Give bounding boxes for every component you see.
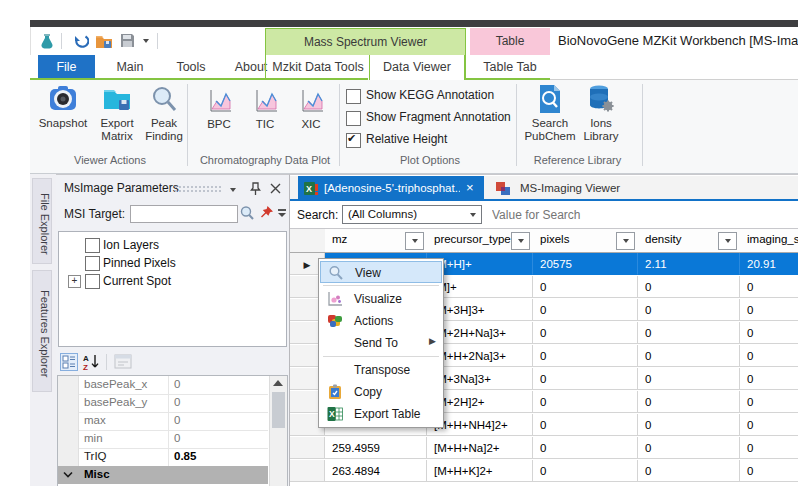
property-pages-icon[interactable] <box>114 353 132 371</box>
row-header[interactable] <box>290 460 325 482</box>
msi-target-input[interactable] <box>130 205 238 223</box>
menu-item-visualize[interactable]: Visualize <box>320 288 442 310</box>
checkbox-relative-height[interactable] <box>346 133 361 148</box>
msi-pin-icon[interactable] <box>259 205 274 220</box>
table-row[interactable]: 259.4959 [M+H+Na]2+ 0 0 0 <box>290 437 798 460</box>
cell-density[interactable]: 0 <box>638 460 740 482</box>
table-row[interactable]: 263.4894 [M+H+K]2+ 0 0 0 <box>290 460 798 483</box>
column-filter-icon[interactable] <box>511 232 530 250</box>
menu-item-transpose[interactable]: Transpose <box>320 359 442 381</box>
property-row[interactable]: TrIQ0.85 <box>58 448 268 467</box>
tic-button[interactable]: TIC <box>244 88 286 131</box>
property-value[interactable]: 0 <box>174 432 180 444</box>
qat-dropdown-icon[interactable] <box>143 39 149 43</box>
column-filter-select[interactable]: (All Columns) <box>342 205 482 224</box>
cell-pixels[interactable]: 0 <box>533 391 638 413</box>
cell-imaging[interactable]: 0 <box>740 368 798 390</box>
cell-imaging[interactable]: 0 <box>740 437 798 459</box>
menu-item-actions[interactable]: Actions <box>320 310 442 332</box>
column-header-pixels[interactable]: pixels <box>533 229 639 253</box>
property-value[interactable]: 0 <box>174 396 180 408</box>
tab-file[interactable]: File <box>38 55 95 80</box>
property-value[interactable]: 0 <box>174 414 180 426</box>
cell-mz[interactable]: 259.4959 <box>325 437 427 459</box>
sidebar-tab-file-explorer[interactable]: File Explorer <box>32 178 52 264</box>
peak-finding-button[interactable]: Peak Finding <box>142 84 186 143</box>
checkbox-fragment[interactable] <box>346 111 361 126</box>
cell-pixels[interactable]: 0 <box>533 299 638 321</box>
cell-pixels[interactable]: 0 <box>533 414 638 436</box>
save-as-icon[interactable] <box>95 32 113 50</box>
property-row[interactable]: min0 <box>58 430 268 449</box>
menu-item-send-to[interactable]: Send To ▶ <box>320 332 442 354</box>
cell-pixels[interactable]: 20575 <box>533 253 638 275</box>
cell-mz[interactable]: 263.4894 <box>325 460 427 482</box>
cell-imaging[interactable]: 0 <box>740 345 798 367</box>
tree-item-current-spot[interactable]: + Current Spot <box>59 272 284 290</box>
cell-density[interactable]: 0 <box>638 345 740 367</box>
row-header-corner[interactable] <box>290 229 326 253</box>
property-row[interactable]: max0 <box>58 412 268 431</box>
menu-item-export-table[interactable]: X Export Table <box>320 403 442 425</box>
scrollbar-thumb[interactable] <box>272 392 285 428</box>
cell-imaging[interactable]: 0 <box>740 391 798 413</box>
panel-close-icon[interactable] <box>270 183 281 194</box>
panel-menu-icon[interactable] <box>230 188 236 192</box>
xic-button[interactable]: XIC <box>290 88 332 131</box>
cell-pixels[interactable]: 0 <box>533 460 638 482</box>
scroll-up-icon[interactable] <box>273 380 283 386</box>
snapshot-button[interactable]: Snapshot <box>36 84 90 130</box>
checkbox-pinned-pixels[interactable] <box>85 256 100 271</box>
sidebar-tab-features-explorer[interactable]: Features Explorer <box>32 270 52 392</box>
undo-icon[interactable] <box>71 32 89 50</box>
cell-density[interactable]: 0 <box>638 322 740 344</box>
doc-tab-adenosine[interactable]: X [Adenosine-5'-triphosphat... × <box>298 176 484 200</box>
cell-pixels[interactable]: 0 <box>533 437 638 459</box>
cell-precursor-type[interactable]: [M+H+Na]2+ <box>427 437 533 459</box>
export-matrix-button[interactable]: Export Matrix <box>92 84 142 143</box>
column-filter-icon[interactable] <box>718 232 737 250</box>
alphabetical-sort-icon[interactable]: AZ <box>82 353 100 371</box>
app-logo-icon[interactable] <box>39 33 55 49</box>
cell-density[interactable]: 0 <box>638 299 740 321</box>
ions-library-button[interactable]: Ions Library <box>578 84 624 143</box>
bpc-button[interactable]: BPC <box>198 88 240 131</box>
property-grid-scrollbar[interactable] <box>269 376 288 486</box>
property-row[interactable]: basePeak_x0 <box>58 376 268 395</box>
cell-pixels[interactable]: 0 <box>533 276 638 298</box>
tree-item-ion-layers[interactable]: Ion Layers <box>59 236 284 254</box>
cell-imaging[interactable]: 0 <box>740 276 798 298</box>
doc-tab-ms-imaging-viewer[interactable]: MS-Imaging Viewer <box>486 176 652 200</box>
expander-plus-icon[interactable]: + <box>68 275 81 288</box>
cell-density[interactable]: 0 <box>638 414 740 436</box>
property-value[interactable]: 0.85 <box>174 450 196 462</box>
checkbox-kegg[interactable] <box>346 89 361 104</box>
cell-pixels[interactable]: 0 <box>533 322 638 344</box>
cell-imaging[interactable]: 0 <box>740 322 798 344</box>
cell-precursor-type[interactable]: [M+H+K]2+ <box>427 460 533 482</box>
menu-item-copy[interactable]: Copy <box>320 381 442 403</box>
tab-data-viewer[interactable]: Data Viewer <box>369 55 465 82</box>
panel-pin-icon[interactable] <box>249 182 262 196</box>
column-filter-icon[interactable] <box>616 232 635 250</box>
cell-pixels[interactable]: 0 <box>533 368 638 390</box>
cell-imaging[interactable]: 20.91 <box>740 253 798 275</box>
menu-item-view[interactable]: View <box>320 261 442 283</box>
property-row[interactable]: basePeak_y0 <box>58 394 268 413</box>
cell-density[interactable]: 0 <box>638 437 740 459</box>
cell-density[interactable]: 0 <box>638 391 740 413</box>
cell-density[interactable]: 0 <box>638 368 740 390</box>
search-pubchem-button[interactable]: Search PubChem <box>524 84 576 143</box>
cell-imaging[interactable]: 0 <box>740 460 798 482</box>
property-value[interactable]: 0 <box>174 378 180 390</box>
column-filter-icon[interactable] <box>405 232 424 250</box>
cell-imaging[interactable]: 0 <box>740 414 798 436</box>
close-tab-icon[interactable]: × <box>466 176 474 200</box>
cell-pixels[interactable]: 0 <box>533 345 638 367</box>
tab-table-tab[interactable]: Table Tab <box>470 55 550 80</box>
overflow-icon-arrow[interactable] <box>278 213 286 217</box>
column-header-density[interactable]: density <box>638 229 741 253</box>
cell-density[interactable]: 0 <box>638 276 740 298</box>
cell-density[interactable]: 2.11 <box>638 253 740 275</box>
checkbox-ion-layers[interactable] <box>85 238 100 253</box>
